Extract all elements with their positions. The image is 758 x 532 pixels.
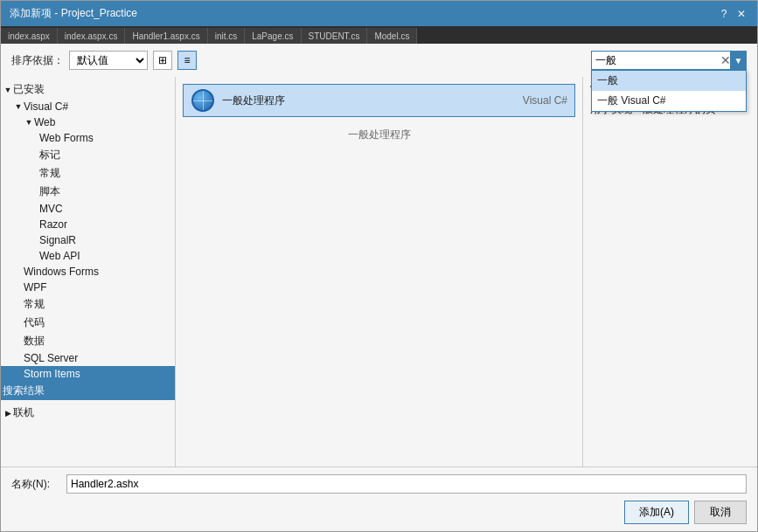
markup-label: 标记 xyxy=(39,148,60,162)
storm-items-label: Storm Items xyxy=(24,368,80,380)
name-input[interactable] xyxy=(66,474,747,494)
signalr-label: SignalR xyxy=(39,234,76,246)
web-arrow: ▼ xyxy=(24,118,34,127)
template-item-handler[interactable]: 一般处理程序 Visual C# xyxy=(183,84,575,117)
center-sub-label: 一般处理程序 xyxy=(348,128,411,142)
template-list: 一般处理程序 Visual C# xyxy=(183,84,575,117)
button-row: 添加(A) 取消 xyxy=(11,501,747,524)
main-area: ▼ 已安装 ▼ Visual C# ▼ Web Web Forms xyxy=(1,77,757,466)
title-bar-buttons: ? ✕ xyxy=(717,7,748,21)
tree-general[interactable]: 常规 xyxy=(1,164,175,183)
search-area: ✕ ▼ 一般 一般 Visual C# xyxy=(591,51,747,70)
handler-icon xyxy=(191,88,215,113)
bottom-area: 名称(N): 添加(A) 取消 xyxy=(1,466,757,531)
tree-code[interactable]: 代码 xyxy=(1,314,175,332)
data-label: 数据 xyxy=(24,334,45,349)
razor-label: Razor xyxy=(39,218,67,231)
tree-panel: ▼ 已安装 ▼ Visual C# ▼ Web Web Forms xyxy=(1,77,176,466)
search-results-label: 搜索结果 xyxy=(3,383,45,398)
visualcsharp-arrow: ▼ xyxy=(13,102,24,111)
template-name: 一般处理程序 xyxy=(222,93,516,108)
globe-icon xyxy=(191,89,214,112)
tab-lapage-cs[interactable]: LaPage.cs xyxy=(245,28,301,44)
add-button[interactable]: 添加(A) xyxy=(624,501,689,524)
sort-label: 排序依据： xyxy=(11,53,64,68)
tree-markup[interactable]: 标记 xyxy=(1,146,175,164)
tab-model-cs[interactable]: Model.cs xyxy=(367,28,417,44)
center-panel: 一般处理程序 Visual C# 一般处理程序 xyxy=(176,77,582,466)
dialog-body: 排序依据： 默认值 名称 类型 ⊞ ≡ ✕ ▼ 一般 一般 Visual C# xyxy=(1,44,757,531)
installed-label: 已安装 xyxy=(13,82,45,97)
web-label: Web xyxy=(34,116,55,128)
close-button[interactable]: ✕ xyxy=(734,7,748,21)
tree-visualcsharp-header[interactable]: ▼ Visual C# xyxy=(1,99,175,114)
installed-arrow: ▼ xyxy=(3,86,13,94)
tree-web-header[interactable]: ▼ Web xyxy=(1,114,175,130)
tab-index-aspx[interactable]: index.aspx xyxy=(1,28,58,44)
wpf-label: WPF xyxy=(24,281,47,294)
tree-script[interactable]: 脚本 xyxy=(1,183,175,201)
visualcsharp-label: Visual C# xyxy=(24,100,68,113)
winforms-label: Windows Forms xyxy=(24,266,99,278)
search-suggestion-1[interactable]: 一般 xyxy=(592,71,746,91)
tree-data[interactable]: 数据 xyxy=(1,332,175,350)
center-label-area: 一般处理程序 xyxy=(183,128,575,142)
tree-webforms[interactable]: Web Forms xyxy=(1,130,175,146)
sqlserver-label: SQL Server xyxy=(24,352,78,364)
tab-bar: index.aspx index.aspx.cs Handler1.aspx.c… xyxy=(1,26,757,44)
mvc-label: MVC xyxy=(39,203,63,215)
tree-installed-header[interactable]: ▼ 已安装 xyxy=(1,80,175,99)
cancel-button[interactable]: 取消 xyxy=(694,501,747,524)
webapi-label: Web API xyxy=(39,250,80,262)
search-dropdown-button[interactable]: ▼ xyxy=(731,51,747,70)
general-label: 常规 xyxy=(39,166,60,181)
online-arrow: ▶ xyxy=(3,409,13,418)
dialog-title: 添加新项 - Project_Practice xyxy=(10,6,137,21)
tree-search-results[interactable]: 搜索结果 xyxy=(1,382,175,400)
tree-storm-items[interactable]: Storm Items xyxy=(1,366,175,382)
tab-handler1[interactable]: Handler1.aspx.cs xyxy=(125,28,207,44)
list-view-button[interactable]: ≡ xyxy=(177,51,197,70)
search-clear-icon[interactable]: ✕ xyxy=(720,53,731,67)
name-row: 名称(N): xyxy=(11,474,747,494)
tab-index-aspx-cs[interactable]: index.aspx.cs xyxy=(58,28,126,44)
right-panel: Visual C# 用于实现一般处理程序的页 xyxy=(582,77,757,466)
code-label: 代码 xyxy=(24,315,45,330)
search-dropdown: 一般 一般 Visual C# xyxy=(591,70,747,112)
changgui-label: 常规 xyxy=(24,297,45,312)
tree-signalr[interactable]: SignalR xyxy=(1,232,175,248)
sort-row: 排序依据： 默认值 名称 类型 ⊞ ≡ ✕ ▼ 一般 一般 Visual C# xyxy=(1,44,757,77)
template-lang: Visual C# xyxy=(523,94,567,107)
online-label: 联机 xyxy=(13,405,34,420)
sort-select[interactable]: 默认值 名称 类型 xyxy=(69,51,148,70)
tree-webapi[interactable]: Web API xyxy=(1,248,175,264)
tree-online-header[interactable]: ▶ 联机 xyxy=(1,404,175,422)
dialog-window: 添加新项 - Project_Practice ? ✕ index.aspx i… xyxy=(0,0,758,532)
search-input[interactable] xyxy=(591,51,731,70)
search-suggestion-2[interactable]: 一般 Visual C# xyxy=(592,91,746,111)
tree-changgui[interactable]: 常规 xyxy=(1,295,175,314)
tree-winforms[interactable]: Windows Forms xyxy=(1,264,175,280)
name-label: 名称(N): xyxy=(11,477,59,492)
tab-init-cs[interactable]: init.cs xyxy=(208,28,246,44)
help-button[interactable]: ? xyxy=(717,7,731,21)
tree-sqlserver[interactable]: SQL Server xyxy=(1,350,175,366)
tab-student-cs[interactable]: STUDENT.cs xyxy=(302,28,368,44)
webforms-label: Web Forms xyxy=(39,132,94,144)
tree-wpf[interactable]: WPF xyxy=(1,280,175,295)
tree-mvc[interactable]: MVC xyxy=(1,201,175,217)
script-label: 脚本 xyxy=(39,184,60,199)
grid-view-button[interactable]: ⊞ xyxy=(153,51,172,70)
tree-razor[interactable]: Razor xyxy=(1,217,175,232)
title-bar: 添加新项 - Project_Practice ? ✕ xyxy=(1,1,757,26)
